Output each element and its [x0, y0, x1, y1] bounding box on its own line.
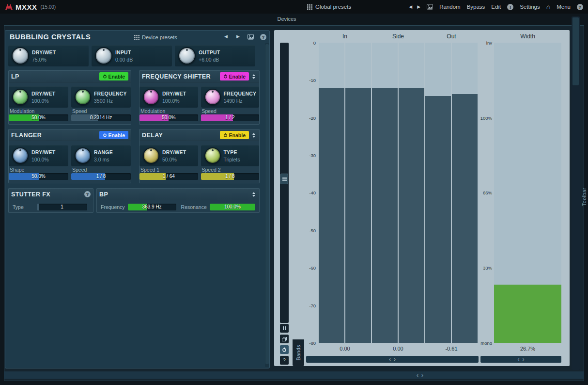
- scrollbar-thumb[interactable]: [573, 17, 579, 85]
- edit-button[interactable]: Edit: [491, 4, 501, 10]
- db-scale-label: -20: [299, 115, 316, 121]
- section-frequency-shifter-header[interactable]: FREQUENCY SHIFTER Enable: [139, 71, 259, 82]
- master-output-knob[interactable]: [178, 47, 196, 64]
- lp-dry-wet-control[interactable]: DRY/WET 100.0%: [9, 86, 68, 108]
- scroll-right-icon[interactable]: ›: [394, 356, 396, 363]
- global-presets-button[interactable]: Global presets: [307, 0, 351, 14]
- enable-button[interactable]: Enable: [220, 72, 249, 80]
- enable-button[interactable]: Enable: [99, 131, 128, 139]
- random-button[interactable]: Random: [439, 4, 460, 10]
- horizontal-scrollbar[interactable]: ‹ ›: [4, 371, 584, 379]
- enable-button[interactable]: Enable: [99, 72, 128, 80]
- scroll-left-icon[interactable]: ‹: [389, 356, 391, 363]
- delay-dry-wet-control[interactable]: DRY/WET 50.0%: [139, 145, 198, 166]
- fs-frequency-control[interactable]: FREQUENCY 1490 Hz: [201, 86, 260, 108]
- section-lp-header[interactable]: LP Enable: [9, 71, 131, 82]
- scroll-right-icon[interactable]: ›: [523, 356, 525, 363]
- flanger-range-control[interactable]: RANGE 3.0 ms: [71, 145, 131, 166]
- readout-side: 0.00: [372, 346, 424, 352]
- fs-dry-wet-knob[interactable]: [143, 89, 159, 105]
- device-title: BUBBLING CRYSTALS: [10, 33, 91, 41]
- lp-modulation-slider[interactable]: 50.0%: [9, 114, 68, 121]
- bypass-button[interactable]: Bypass: [467, 4, 485, 10]
- enable-label: Enable: [229, 74, 246, 80]
- db-scale-label: -40: [299, 190, 316, 195]
- analyzer-power-button[interactable]: [280, 345, 289, 354]
- knob-value: 1490 Hz: [224, 98, 257, 104]
- analyzer-help-button[interactable]: ?: [280, 356, 289, 365]
- stutter-type-slider[interactable]: 1: [37, 204, 87, 210]
- flanger-range-knob[interactable]: [75, 147, 91, 164]
- tab-toolbar[interactable]: Toolbar: [580, 183, 588, 210]
- meter-zoom-handle[interactable]: [280, 174, 288, 184]
- fs-dry-wet-control[interactable]: DRY/WET 100.0%: [139, 86, 198, 108]
- fs-frequency-knob[interactable]: [204, 89, 221, 105]
- device-presets-button[interactable]: Device presets: [134, 34, 177, 40]
- scroll-left-icon[interactable]: ‹: [417, 372, 418, 379]
- section-flanger-header[interactable]: FLANGER Enable: [9, 129, 131, 141]
- flanger-speed-slider[interactable]: 1 / 8: [71, 173, 131, 180]
- section-help-icon[interactable]: ?: [84, 191, 91, 197]
- delay-type-control[interactable]: TYPE Triplets: [201, 145, 260, 166]
- device-help-icon[interactable]: ?: [260, 34, 266, 40]
- master-dry-wet-control[interactable]: DRY/WET 75.0%: [8, 45, 89, 66]
- previous-device-preset-button[interactable]: ◀: [224, 34, 228, 39]
- next-preset-button[interactable]: ▶: [417, 4, 420, 9]
- lp-frequency-knob[interactable]: [75, 89, 91, 105]
- scroll-left-icon[interactable]: ‹: [518, 356, 520, 363]
- delay-speed-1-slider[interactable]: 1 / 64: [139, 173, 198, 180]
- master-output-control[interactable]: OUTPUT +6.00 dB: [175, 45, 255, 66]
- fs-modulation-slider[interactable]: 50.0%: [139, 114, 198, 121]
- help-icon[interactable]: ?: [577, 4, 583, 10]
- previous-preset-button[interactable]: ◀: [409, 4, 412, 9]
- lp-frequency-control[interactable]: FREQUENCY 3500 Hz: [71, 86, 131, 108]
- master-input-control[interactable]: INPUT 0.00 dB: [92, 45, 172, 66]
- meters-scrollbar[interactable]: ‹ ›: [306, 356, 479, 363]
- bp-resonance-slider[interactable]: 100.0%: [210, 204, 255, 210]
- home-icon[interactable]: ⌂: [546, 3, 550, 10]
- flanger-dry-wet-knob[interactable]: [12, 147, 29, 164]
- knob-value: Triplets: [224, 157, 240, 162]
- delay-dry-wet-knob[interactable]: [143, 147, 159, 164]
- delay-speed-2-slider[interactable]: 1 / 8: [201, 173, 260, 180]
- section-stutter-fx-header[interactable]: STUTTER FX ?: [9, 189, 93, 200]
- section-delay-header[interactable]: DELAY Enable: [139, 129, 259, 141]
- flanger-dry-wet-control[interactable]: DRY/WET 100.0%: [9, 145, 68, 166]
- scrollbar-thumb[interactable]: [265, 44, 269, 364]
- fs-speed-slider[interactable]: 1 / 2: [201, 114, 260, 121]
- device-panel: BUBBLING CRYSTALS Device presets ◀ ▶ ? D…: [5, 30, 270, 369]
- device-image-icon[interactable]: [248, 34, 254, 40]
- lp-speed-slider[interactable]: 0.2314 Hz: [71, 114, 131, 121]
- master-input-knob[interactable]: [95, 47, 112, 64]
- power-icon: [223, 74, 228, 79]
- tab-devices[interactable]: Devices: [0, 16, 573, 22]
- enable-button[interactable]: Enable: [220, 131, 249, 139]
- width-scale-label: 66%: [471, 190, 492, 195]
- info-icon[interactable]: !: [507, 4, 513, 10]
- section-spinner[interactable]: [251, 131, 257, 139]
- flanger-shape-slider[interactable]: 50.0%: [9, 173, 68, 180]
- app-name: MXXX: [15, 3, 37, 11]
- master-dry-wet-knob[interactable]: [12, 47, 29, 64]
- menu-button[interactable]: Menu: [557, 4, 571, 10]
- scroll-right-icon[interactable]: ›: [421, 372, 423, 379]
- next-device-preset-button[interactable]: ▶: [236, 34, 240, 39]
- meter-zoom-slider[interactable]: [280, 43, 289, 323]
- db-scale-label: -30: [299, 153, 316, 158]
- device-panel-scrollbar[interactable]: [265, 43, 269, 367]
- lp-dry-wet-knob[interactable]: [12, 89, 29, 105]
- section-spinner[interactable]: [251, 190, 257, 198]
- vertical-scrollbar[interactable]: [572, 16, 580, 370]
- delay-type-knob[interactable]: [204, 147, 221, 164]
- pause-button[interactable]: [280, 324, 289, 333]
- preset-image-icon[interactable]: [427, 4, 433, 10]
- bp-frequency-slider[interactable]: 363.9 Hz: [128, 204, 176, 210]
- db-scale-label: -60: [299, 265, 316, 271]
- width-meter-scrollbar[interactable]: ‹ ›: [480, 356, 561, 363]
- section-bp-header[interactable]: BP: [97, 189, 259, 200]
- section-spinner[interactable]: [251, 72, 257, 80]
- popup-window-button[interactable]: [280, 335, 289, 343]
- meter-side-left: [372, 43, 398, 343]
- settings-button[interactable]: Settings: [520, 4, 540, 10]
- meter-in-right: [345, 43, 371, 343]
